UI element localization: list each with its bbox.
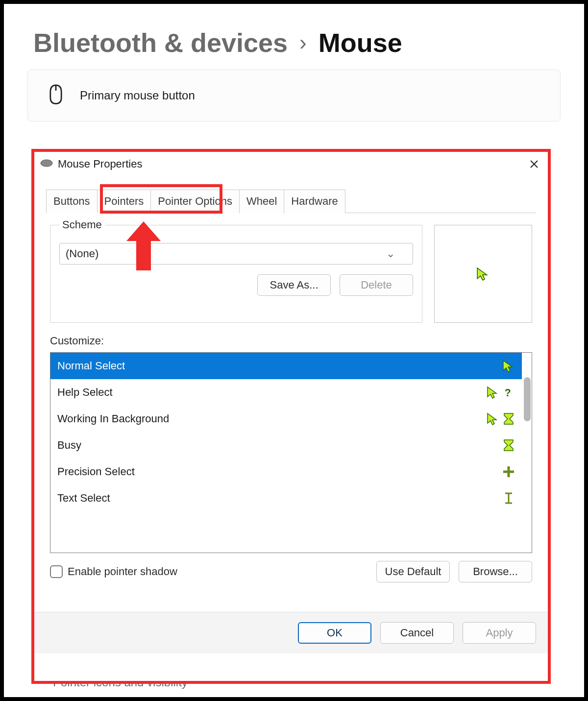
cursor-item-precision-select[interactable]: Precision Select <box>50 459 522 485</box>
cursor-item-text-select[interactable]: Text Select <box>50 485 522 511</box>
scheme-dropdown[interactable]: (None) ⌄ <box>59 243 413 265</box>
cursor-item-label: Help Select <box>57 386 113 399</box>
scheme-group: Scheme (None) ⌄ Save As... Delete <box>50 225 422 323</box>
annotation-arrow-icon <box>126 221 161 272</box>
dialog-tabs: Buttons Pointers Pointer Options Wheel H… <box>46 189 536 213</box>
cursor-item-label: Normal Select <box>57 360 125 372</box>
breadcrumb: Bluetooth & devices › Mouse <box>4 4 584 70</box>
mouse-icon <box>46 84 66 107</box>
use-default-button[interactable]: Use Default <box>376 561 450 582</box>
save-as-button[interactable]: Save As... <box>257 274 331 296</box>
mouse-device-icon <box>40 158 53 170</box>
cursor-item-label: Precision Select <box>57 465 135 478</box>
breadcrumb-page: Mouse <box>318 27 402 58</box>
pointer-shadow-checkbox-row[interactable]: Enable pointer shadow <box>50 565 177 578</box>
pointer-shadow-label: Enable pointer shadow <box>68 565 177 578</box>
scheme-selected-value: (None) <box>66 247 98 260</box>
scrollbar-thumb[interactable] <box>524 377 531 421</box>
browse-button[interactable]: Browse... <box>459 561 532 582</box>
cursor-arrow-icon <box>502 360 515 372</box>
dialog-footer: OK Cancel Apply <box>34 612 548 653</box>
cancel-button[interactable]: Cancel <box>380 622 454 644</box>
dialog-title: Mouse Properties <box>58 158 142 170</box>
tab-hardware[interactable]: Hardware <box>284 190 345 213</box>
breadcrumb-section[interactable]: Bluetooth & devices <box>33 27 288 58</box>
cursor-list[interactable]: Normal Select Help Select Working In Bac… <box>50 352 532 553</box>
cursor-item-normal-select[interactable]: Normal Select <box>50 353 522 379</box>
dialog-titlebar: Mouse Properties <box>34 152 548 176</box>
close-button[interactable] <box>524 154 544 174</box>
cursor-item-label: Text Select <box>57 492 110 505</box>
cursor-hourglass-icon <box>502 439 515 452</box>
apply-button: Apply <box>463 622 536 644</box>
scheme-legend: Scheme <box>59 218 105 231</box>
tab-wheel[interactable]: Wheel <box>239 190 284 213</box>
setting-primary-mouse-button[interactable]: Primary mouse button <box>27 70 561 121</box>
delete-button: Delete <box>340 274 413 296</box>
cursor-crosshair-icon <box>502 465 515 478</box>
cursor-arrow-question-icon <box>487 386 515 399</box>
chevron-right-icon: › <box>299 30 307 55</box>
setting-label: Primary mouse button <box>80 89 195 102</box>
cursor-item-help-select[interactable]: Help Select <box>50 379 522 406</box>
cursor-item-label: Busy <box>57 439 81 452</box>
cursor-item-label: Working In Background <box>57 412 169 425</box>
cursor-arrow-hourglass-icon <box>487 412 515 425</box>
cursor-ibeam-icon <box>502 492 515 505</box>
mouse-properties-dialog: Mouse Properties Buttons Pointers Pointe… <box>31 149 551 684</box>
customize-label: Customize: <box>50 335 532 347</box>
ok-button[interactable]: OK <box>298 622 371 644</box>
cursor-item-busy[interactable]: Busy <box>50 432 522 459</box>
cursor-preview <box>434 225 532 323</box>
svg-point-1 <box>41 160 52 167</box>
tab-buttons[interactable]: Buttons <box>46 190 98 213</box>
tab-pointer-options[interactable]: Pointer Options <box>150 190 240 213</box>
chevron-down-icon: ⌄ <box>386 247 395 260</box>
pointer-shadow-checkbox[interactable] <box>50 565 63 578</box>
tab-pointers[interactable]: Pointers <box>97 190 151 213</box>
cursor-item-working-background[interactable]: Working In Background <box>50 406 522 432</box>
